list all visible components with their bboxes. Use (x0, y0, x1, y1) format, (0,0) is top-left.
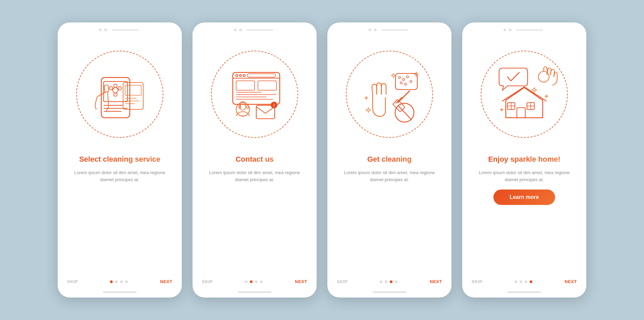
nav-dots-3 (380, 280, 397, 283)
phone-screen-2: ! Contact us Lorem ipsum dolor sit dim a… (193, 22, 317, 298)
status-bar-1 (99, 22, 141, 34)
screen-description-4: Lorem ipsum dolor sit dim amet, mea regi… (472, 169, 576, 183)
skip-button-1[interactable]: SKIP (67, 279, 78, 284)
bottom-handle-3 (373, 291, 406, 293)
content-area-2: Contact us Lorem ipsum dolor sit dim ame… (193, 155, 317, 275)
next-button-4[interactable]: NEXT (565, 279, 577, 284)
nav-dot-active (390, 280, 392, 283)
svg-rect-35 (395, 73, 417, 90)
nav-dots-1 (110, 280, 128, 283)
screen-title-3: Get cleaning (367, 155, 412, 164)
svg-rect-30 (247, 105, 249, 108)
bottom-nav-4: SKIP NEXT (462, 275, 586, 291)
phone-screen-3: Get cleaning Lorem ipsum dolor sit dim a… (327, 22, 451, 298)
next-button-1[interactable]: NEXT (160, 279, 172, 284)
nav-dot (525, 280, 527, 283)
illustration-svg-1 (76, 51, 163, 138)
nav-dot-active (250, 280, 253, 283)
nav-dot (260, 280, 263, 283)
phone-screen-4: Enjoy sparkle home! Lorem ipsum dolor si… (462, 22, 586, 298)
svg-point-38 (407, 76, 409, 78)
illustration-svg-2: ! (211, 51, 298, 138)
svg-point-17 (236, 74, 238, 76)
screens-container: Select cleaning service Lorem ipsum dolo… (58, 22, 586, 298)
bottom-nav-3: SKIP NEXT (327, 275, 451, 291)
svg-point-6 (114, 84, 117, 88)
screen-title-2: Contact us (235, 155, 274, 164)
status-dot (104, 29, 107, 31)
nav-dot (115, 280, 118, 283)
nav-dot (385, 280, 387, 283)
nav-dot-active (110, 280, 113, 283)
illustration-area-4 (462, 34, 586, 155)
nav-dot-active (530, 280, 532, 283)
svg-rect-46 (517, 108, 525, 118)
status-line (516, 30, 543, 31)
nav-dot (520, 280, 522, 283)
status-bar-4 (503, 22, 545, 34)
screen-title-1: Select cleaning service (79, 155, 160, 164)
status-dot (99, 29, 102, 31)
next-button-2[interactable]: NEXT (295, 279, 307, 284)
status-dot (369, 29, 371, 31)
nav-dots-2 (245, 280, 263, 283)
bottom-nav-1: SKIP NEXT (58, 275, 182, 291)
svg-rect-26 (258, 81, 276, 90)
svg-point-9 (114, 93, 117, 96)
bottom-nav-2: SKIP NEXT (193, 275, 317, 291)
status-bar-2 (234, 22, 275, 34)
status-line (112, 30, 139, 31)
screen-title-4: Enjoy sparkle home! (488, 155, 560, 164)
learn-more-button[interactable]: Learn more (493, 190, 555, 205)
svg-point-19 (243, 74, 245, 76)
bottom-handle-4 (507, 291, 541, 293)
nav-dot (245, 280, 248, 283)
illustration-area-2: ! (193, 34, 317, 155)
svg-point-37 (402, 78, 405, 81)
skip-button-2[interactable]: SKIP (202, 279, 213, 284)
svg-point-8 (109, 87, 113, 90)
nav-dot (255, 280, 258, 283)
illustration-svg-3 (346, 51, 433, 138)
content-area-1: Select cleaning service Lorem ipsum dolo… (58, 155, 182, 275)
status-dot (239, 29, 242, 31)
status-dot (503, 29, 506, 31)
screen-description-3: Lorem ipsum dolor sit dim amet, mea regi… (337, 169, 441, 183)
screen-description-2: Lorem ipsum dolor sit dim amet, mea regi… (203, 169, 307, 183)
status-dot (374, 29, 377, 31)
svg-text:!: ! (273, 103, 275, 107)
nav-dot (380, 280, 382, 283)
skip-button-4[interactable]: SKIP (472, 279, 482, 284)
skip-button-3[interactable]: SKIP (337, 279, 347, 284)
status-dot (509, 29, 512, 31)
svg-point-41 (410, 81, 412, 83)
nav-dot (120, 280, 123, 283)
illustration-area-1 (58, 34, 182, 155)
status-dot (234, 29, 236, 31)
svg-rect-20 (247, 74, 276, 77)
next-button-3[interactable]: NEXT (430, 279, 442, 284)
svg-point-18 (239, 74, 241, 76)
phone-screen-1: Select cleaning service Lorem ipsum dolo… (58, 22, 182, 298)
svg-point-5 (113, 88, 118, 93)
svg-rect-21 (236, 81, 255, 90)
status-line (381, 30, 408, 31)
status-bar-3 (369, 22, 410, 34)
bottom-handle-2 (238, 291, 271, 293)
svg-point-36 (398, 76, 400, 78)
content-area-3: Get cleaning Lorem ipsum dolor sit dim a… (327, 155, 451, 275)
illustration-area-3 (327, 34, 451, 155)
status-line (247, 30, 273, 31)
content-area-4: Enjoy sparkle home! Lorem ipsum dolor si… (462, 155, 586, 275)
nav-dot (515, 280, 517, 283)
svg-point-39 (400, 82, 402, 84)
nav-dots-4 (515, 280, 532, 283)
bottom-handle-1 (103, 291, 137, 293)
illustration-svg-4 (481, 51, 568, 138)
nav-dot (395, 280, 397, 283)
svg-rect-10 (123, 83, 143, 109)
nav-dot (125, 280, 128, 283)
svg-point-40 (405, 83, 407, 85)
screen-description-1: Lorem ipsum dolor sit dim amet, mea regi… (68, 169, 172, 183)
svg-point-7 (118, 87, 121, 90)
